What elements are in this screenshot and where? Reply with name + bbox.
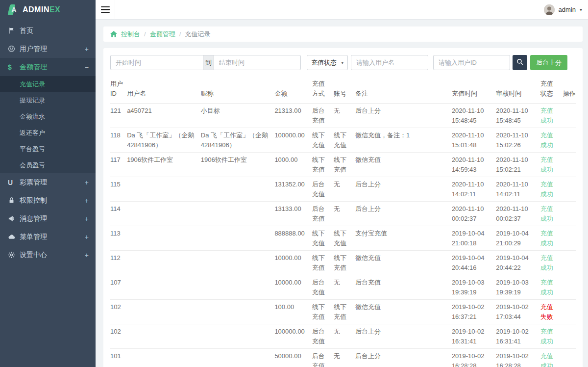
cell-nickname: 1906软件工作室 <box>201 153 275 177</box>
cell-username: 1906软件工作室 <box>127 153 201 177</box>
sidebar-subitem[interactable]: 充值记录 <box>0 76 96 92</box>
lottery-icon: U <box>8 179 19 186</box>
col-audit-time: 审核时间 <box>496 76 540 104</box>
user-menu[interactable]: admin ▾ <box>544 4 588 15</box>
cell-recharge-time: 2019-10-02 16:31:41 <box>452 324 496 349</box>
cell-actions <box>563 153 576 177</box>
cell-nickname <box>201 226 275 251</box>
sidebar-item-label: 消息管理 <box>20 214 47 223</box>
sidebar-item-lottery[interactable]: U 彩票管理 + <box>0 173 96 191</box>
app-title: ADMINEX <box>23 5 60 14</box>
cell-actions <box>563 128 576 153</box>
to-divider-label: 到 <box>203 55 214 70</box>
backend-topup-button[interactable]: 后台上分 <box>530 55 567 70</box>
breadcrumb-console[interactable]: 控制台 <box>121 30 140 39</box>
cell-remark: 微信充值 <box>355 153 452 177</box>
cell-status: 充值成功 <box>540 177 563 202</box>
cell-method: 线下充值 <box>312 300 334 324</box>
topbar: admin ▾ <box>96 0 588 20</box>
cell-amount: 131352.00 <box>274 177 312 202</box>
userid-input[interactable] <box>433 55 510 70</box>
cell-nickname: Da 飞「工作室」（企鹅 42841906） <box>201 128 275 153</box>
cell-method: 后台充值 <box>312 349 334 367</box>
breadcrumb: 控制台 / 金额管理 / 充值记录 <box>103 26 583 42</box>
cell-username <box>127 177 201 202</box>
recharge-records-card: 到 充值状态 ▾ 后台上分 <box>103 48 583 367</box>
cell-amount: 13133.00 <box>274 202 312 226</box>
sidebar-subitem[interactable]: 会员盈亏 <box>0 157 96 173</box>
cell-user-id: 102 <box>110 324 127 349</box>
expand-plus-icon: + <box>85 197 89 205</box>
end-time-input[interactable] <box>214 55 301 70</box>
cell-recharge-time: 2020-11-10 14:59:43 <box>452 153 496 177</box>
table-row: 107 10000.00 后台充值 无 后台充值 2019-10-03 19:3… <box>110 275 576 300</box>
username-label: admin <box>559 6 576 13</box>
status-badge: 充值成功 <box>540 328 553 345</box>
cell-method: 线下充值 <box>312 153 334 177</box>
sidebar-item-settings[interactable]: 设置中心 + <box>0 246 96 264</box>
cell-nickname <box>201 177 275 202</box>
cell-recharge-time: 2019-10-02 16:28:28 <box>452 349 496 367</box>
sidebar-item-label: 设置中心 <box>20 251 47 260</box>
chevron-down-icon: ▾ <box>341 60 343 65</box>
sidebar-menu: 首页 用户管理 + $ 金额管理 − 充值记录 <box>0 20 96 264</box>
sidebar-item-messages[interactable]: 消息管理 + <box>0 210 96 228</box>
cell-user-id: 118 <box>110 128 127 153</box>
start-time-input[interactable] <box>110 55 203 70</box>
table-row: 121 a450721 小目标 21313.00 后台充值 无 后台上分 202… <box>110 104 576 128</box>
cell-method: 线下充值 <box>312 226 334 251</box>
recharge-records-table: 用户ID 用户名 昵称 金额 充值方式 账号 备注 充值时间 审核时间 充值状态… <box>110 76 576 367</box>
search-button[interactable] <box>513 55 527 70</box>
sidebar-item-permissions[interactable]: 权限控制 + <box>0 191 96 210</box>
status-badge: 充值成功 <box>540 131 553 149</box>
cell-status: 充值成功 <box>540 349 563 367</box>
col-user-id: 用户ID <box>110 76 127 104</box>
cell-remark: 后台上分 <box>355 324 452 349</box>
cloud-icon <box>8 233 19 240</box>
expand-plus-icon: + <box>85 215 89 223</box>
breadcrumb-finance[interactable]: 金额管理 <box>150 30 175 39</box>
sidebar-item-menus[interactable]: 菜单管理 + <box>0 228 96 246</box>
cell-nickname <box>201 349 275 367</box>
sidebar-item-users[interactable]: 用户管理 + <box>0 40 96 58</box>
username-input[interactable] <box>351 55 428 70</box>
cell-amount: 100000.00 <box>274 324 312 349</box>
sidebar-subitem[interactable]: 平台盈亏 <box>0 141 96 157</box>
col-actions: 操作 <box>563 76 576 104</box>
cell-actions <box>563 275 576 300</box>
cell-remark: 微信充值 <box>355 251 452 275</box>
sidebar-subitem[interactable]: 提现记录 <box>0 92 96 108</box>
sidebar-subitem[interactable]: 返还客户 <box>0 125 96 141</box>
table-row: 112 10000.00 线下充值 线下充值 微信充值 2019-10-04 2… <box>110 251 576 275</box>
cell-account: 线下充值 <box>334 226 355 251</box>
collapse-minus-icon: − <box>85 63 89 71</box>
chevron-down-icon: ▾ <box>580 7 582 12</box>
cell-amount: 21313.00 <box>274 104 312 128</box>
cell-status: 充值成功 <box>540 275 563 300</box>
col-account: 账号 <box>334 76 355 104</box>
cell-actions <box>563 226 576 251</box>
sidebar-item-home[interactable]: 首页 <box>0 22 96 40</box>
cell-remark: 微信充值，备注：1 <box>355 128 452 153</box>
hamburger-menu-icon[interactable] <box>96 0 115 20</box>
sidebar-item-finance[interactable]: $ 金额管理 − <box>0 58 96 76</box>
cell-audit-time: 2020-11-10 15:48:45 <box>496 104 540 128</box>
status-badge: 充值成功 <box>540 352 553 367</box>
sidebar-item-label: 金额管理 <box>20 63 47 72</box>
cell-amount: 10000.00 <box>274 251 312 275</box>
sidebar-subitem[interactable]: 金额流水 <box>0 108 96 125</box>
cell-account: 线下充值 <box>334 251 355 275</box>
cell-recharge-time: 2019-10-03 19:39:19 <box>452 275 496 300</box>
breadcrumb-separator: / <box>144 30 146 38</box>
cell-actions <box>563 104 576 128</box>
sidebar-item-label: 首页 <box>20 26 33 35</box>
cell-recharge-time: 2019-10-04 20:44:16 <box>452 251 496 275</box>
recharge-status-select[interactable]: 充值状态 ▾ <box>307 55 348 70</box>
cell-actions <box>563 324 576 349</box>
table-row: 101 50000.00 后台充值 无 后台上分 2019-10-02 16:2… <box>110 349 576 367</box>
cell-status: 充值成功 <box>540 251 563 275</box>
user-circle-icon <box>8 45 19 52</box>
cell-nickname <box>201 324 275 349</box>
cell-user-id: 115 <box>110 177 127 202</box>
cell-audit-time: 2020-11-10 15:02:26 <box>496 128 540 153</box>
